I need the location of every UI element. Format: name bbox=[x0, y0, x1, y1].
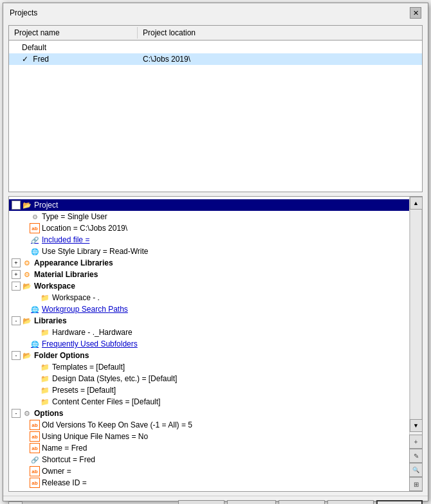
scroll-down-button[interactable]: ▼ bbox=[410, 419, 423, 432]
tree-label-appearance: Appearance Libraries bbox=[34, 258, 113, 267]
tree-label-name: Name = Fred bbox=[42, 444, 87, 453]
shortcut-icon: 🔗 bbox=[30, 455, 40, 465]
new-button[interactable]: New bbox=[178, 500, 225, 504]
appearance-icon: ⚙ bbox=[22, 258, 32, 268]
ab-owner-icon: ab bbox=[30, 466, 40, 476]
expand-folder-options-icon[interactable]: - bbox=[12, 351, 21, 360]
row-fred-location: C:\Jobs 2019\ bbox=[138, 55, 422, 64]
dialog-footer: ? New Browse... Save Apply Done bbox=[3, 496, 428, 504]
project-table: Project name Project location Default ✓ … bbox=[8, 25, 423, 192]
tree-item-workspace[interactable]: - Workspace bbox=[9, 280, 409, 292]
expand-appearance-icon[interactable]: + bbox=[12, 258, 21, 267]
expand-project-icon[interactable]: - bbox=[12, 201, 21, 210]
tree-label-design-data: Design Data (Styles, etc.) = [Default] bbox=[52, 374, 177, 383]
hardware-icon bbox=[40, 327, 50, 338]
tree-panel: - Project Type = Single User ab Location… bbox=[8, 196, 423, 492]
workspace-dot-icon bbox=[40, 292, 50, 303]
tree-item-old-versions[interactable]: ab Old Versions To Keep On Save (-1 = Al… bbox=[9, 419, 409, 431]
tree-label-old-versions: Old Versions To Keep On Save (-1 = All) … bbox=[42, 420, 192, 429]
tree-item-name[interactable]: ab Name = Fred bbox=[9, 442, 409, 454]
tree-item-style-lib[interactable]: 🌐 Use Style Library = Read-Write bbox=[9, 246, 409, 257]
tree-label-style-lib: Use Style Library = Read-Write bbox=[42, 247, 149, 256]
tree-item-material[interactable]: + ⚙ Material Libraries bbox=[9, 269, 409, 280]
settings-button[interactable]: ⊞ bbox=[409, 477, 423, 491]
tree-item-release-id[interactable]: ab Release ID = bbox=[9, 477, 409, 489]
title-bar: Projects ✕ bbox=[3, 3, 428, 21]
table-body: Default ✓ Fred C:\Jobs 2019\ bbox=[9, 40, 422, 66]
tree-label-workspace-dot: Workspace - . bbox=[52, 293, 100, 302]
tree-label-workspace: Workspace bbox=[34, 282, 75, 291]
tree-label-subfolders: Frequently Used Subfolders bbox=[42, 339, 138, 348]
save-button[interactable]: Save bbox=[279, 500, 325, 504]
tree-label-options: Options bbox=[34, 409, 63, 418]
tree-label-location: Location = C:\Jobs 2019\ bbox=[42, 224, 127, 233]
tree-item-location[interactable]: ab Location = C:\Jobs 2019\ bbox=[9, 222, 409, 234]
tree-label-material: Material Libraries bbox=[34, 270, 98, 279]
tree-item-included[interactable]: 🔗 Included file = bbox=[9, 234, 409, 246]
style-lib-icon: 🌐 bbox=[30, 246, 40, 256]
tree-item-folder-options[interactable]: - Folder Options bbox=[9, 350, 409, 361]
table-header: Project name Project location bbox=[9, 26, 422, 40]
table-row[interactable]: Default bbox=[9, 42, 422, 53]
tree-label-content-center: Content Center Files = [Default] bbox=[52, 397, 160, 406]
scroll-up-button[interactable]: ▲ bbox=[410, 197, 423, 210]
tree-item-appearance[interactable]: + ⚙ Appearance Libraries bbox=[9, 257, 409, 269]
plus-button[interactable]: + bbox=[409, 435, 423, 449]
tree-item-hardware[interactable]: Hardware - ._Hardware bbox=[9, 327, 409, 338]
design-data-icon bbox=[40, 374, 50, 384]
table-row[interactable]: ✓ Fred C:\Jobs 2019\ bbox=[9, 53, 422, 65]
tree-item-type[interactable]: Type = Single User bbox=[9, 211, 409, 222]
gear-icon bbox=[30, 212, 40, 222]
workspace-folder-icon bbox=[22, 281, 32, 291]
main-content: Project name Project location Default ✓ … bbox=[3, 21, 428, 496]
tree-item-workspace-dot[interactable]: Workspace - . bbox=[9, 292, 409, 303]
tree-label-workgroup: Workgroup Search Paths bbox=[42, 305, 128, 314]
footer-right: New Browse... Save Apply Done bbox=[178, 500, 423, 504]
expand-workspace-icon[interactable]: - bbox=[12, 282, 21, 291]
expand-libraries-icon[interactable]: - bbox=[12, 316, 21, 325]
tree-label-hardware: Hardware - ._Hardware bbox=[52, 328, 133, 337]
tree-label-folder-options: Folder Options bbox=[34, 351, 89, 360]
close-button[interactable]: ✕ bbox=[410, 7, 421, 19]
tree-label-included: Included file = bbox=[42, 235, 89, 244]
expand-options-icon[interactable]: - bbox=[12, 409, 21, 418]
tree-item-unique-names[interactable]: ab Using Unique File Names = No bbox=[9, 431, 409, 442]
ab-release-icon: ab bbox=[30, 478, 40, 488]
ab-unique-names-icon: ab bbox=[30, 431, 40, 442]
col-project-name: Project name bbox=[9, 27, 138, 39]
dialog-title: Projects bbox=[10, 8, 37, 17]
search-button[interactable]: 🔍 bbox=[409, 463, 423, 477]
help-button[interactable]: ? bbox=[8, 501, 23, 504]
presets-icon bbox=[40, 385, 50, 395]
row-fred-name: ✓ Fred bbox=[9, 55, 138, 64]
tree-label-shortcut: Shortcut = Fred bbox=[42, 455, 95, 464]
content-center-icon bbox=[40, 397, 50, 407]
apply-button[interactable]: Apply bbox=[327, 500, 374, 504]
tree-content[interactable]: - Project Type = Single User ab Location… bbox=[9, 197, 409, 491]
tree-item-content-center[interactable]: Content Center Files = [Default] bbox=[9, 396, 409, 408]
link-icon-included: 🔗 bbox=[30, 235, 40, 245]
tree-label-owner: Owner = bbox=[42, 467, 71, 476]
expand-material-icon[interactable]: + bbox=[12, 270, 21, 279]
tree-item-options[interactable]: - Options bbox=[9, 408, 409, 419]
tree-item-templates[interactable]: Templates = [Default] bbox=[9, 361, 409, 373]
tree-label-release-id: Release ID = bbox=[42, 478, 87, 487]
tree-item-subfolders[interactable]: 🌐 Frequently Used Subfolders bbox=[9, 338, 409, 350]
tree-scrollbar: ▲ ▼ + ✎ 🔍 ⊞ bbox=[409, 197, 422, 491]
footer-left: ? bbox=[8, 501, 23, 504]
tree-item-workgroup[interactable]: 🌐 Workgroup Search Paths bbox=[9, 303, 409, 315]
edit-button[interactable]: ✎ bbox=[409, 449, 423, 463]
tree-label-templates: Templates = [Default] bbox=[52, 363, 125, 372]
tree-item-presets[interactable]: Presets = [Default] bbox=[9, 384, 409, 396]
browse-button[interactable]: Browse... bbox=[227, 500, 276, 504]
tree-label-presets: Presets = [Default] bbox=[52, 386, 116, 395]
done-button[interactable]: Done bbox=[376, 500, 423, 504]
tree-item-libraries[interactable]: - Libraries bbox=[9, 315, 409, 327]
tree-item-shortcut[interactable]: 🔗 Shortcut = Fred bbox=[9, 454, 409, 465]
tree-root-project[interactable]: - Project bbox=[9, 199, 409, 211]
ab-old-versions-icon: ab bbox=[30, 420, 40, 430]
tree-item-design-data[interactable]: Design Data (Styles, etc.) = [Default] bbox=[9, 373, 409, 384]
tree-item-owner[interactable]: ab Owner = bbox=[9, 465, 409, 477]
workgroup-icon: 🌐 bbox=[30, 304, 40, 314]
projects-dialog: Projects ✕ Project name Project location… bbox=[3, 3, 428, 501]
